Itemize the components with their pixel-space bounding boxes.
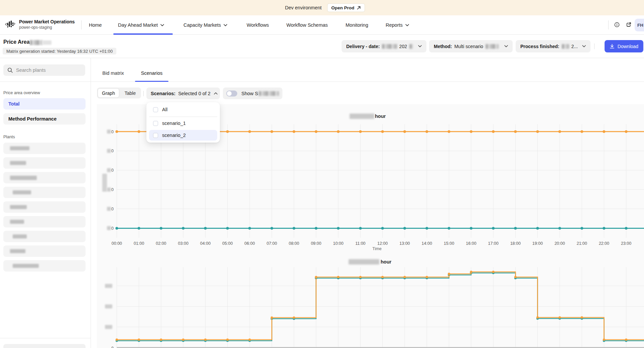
svg-text:21:00: 21:00 <box>576 241 587 246</box>
svg-text:Time: Time <box>372 246 381 251</box>
svg-text:17:00: 17:00 <box>488 241 498 246</box>
svg-text:hour: hour <box>375 114 386 119</box>
svg-text:0: 0 <box>111 226 114 231</box>
svg-text:03:00: 03:00 <box>178 241 188 246</box>
svg-text:13:00: 13:00 <box>399 241 410 246</box>
svg-text:14:00: 14:00 <box>422 241 432 246</box>
svg-text:23:00: 23:00 <box>621 241 631 246</box>
svg-text:0: 0 <box>111 346 114 348</box>
svg-text:11:00: 11:00 <box>355 241 365 246</box>
svg-text:10:00: 10:00 <box>333 241 343 246</box>
svg-text:0: 0 <box>111 168 114 173</box>
svg-text:15:00: 15:00 <box>444 241 454 246</box>
svg-text:12:00: 12:00 <box>377 241 388 246</box>
svg-text:20:00: 20:00 <box>554 241 565 246</box>
svg-text:05:00: 05:00 <box>222 241 233 246</box>
svg-text:0: 0 <box>111 187 114 192</box>
svg-text:16:00: 16:00 <box>466 241 476 246</box>
svg-text:0: 0 <box>111 130 114 134</box>
svg-text:00:00: 00:00 <box>112 241 122 246</box>
svg-text:19:00: 19:00 <box>532 241 543 246</box>
svg-text:18:00: 18:00 <box>510 241 521 246</box>
svg-text:07:00: 07:00 <box>267 241 277 246</box>
svg-text:22:00: 22:00 <box>599 241 609 246</box>
svg-text:0: 0 <box>111 207 114 211</box>
svg-text:hour: hour <box>381 259 392 265</box>
svg-text:0: 0 <box>111 149 114 153</box>
svg-text:06:00: 06:00 <box>244 241 255 246</box>
svg-text:04:00: 04:00 <box>200 241 211 246</box>
svg-text:02:00: 02:00 <box>156 241 166 246</box>
svg-text:09:00: 09:00 <box>311 241 321 246</box>
svg-text:08:00: 08:00 <box>289 241 299 246</box>
svg-text:01:00: 01:00 <box>134 241 144 246</box>
